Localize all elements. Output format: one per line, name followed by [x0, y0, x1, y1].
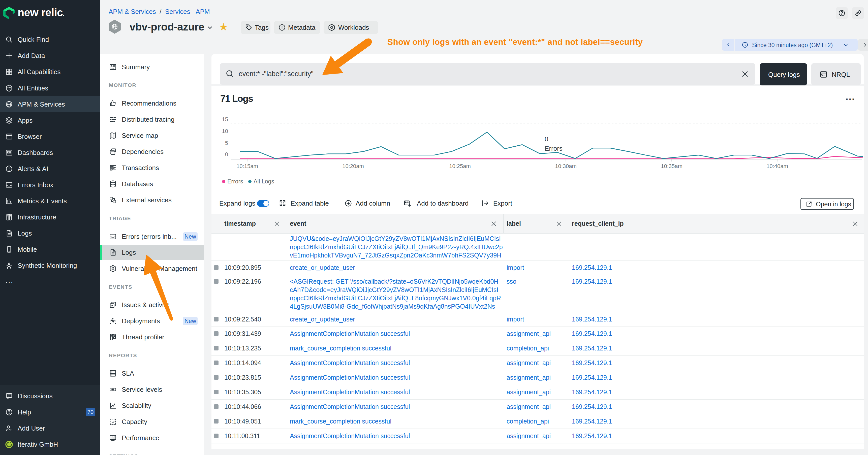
svg-text:10:35am: 10:35am — [661, 163, 682, 169]
svg-text:0: 0 — [545, 135, 548, 143]
svg-text:10: 10 — [222, 128, 228, 134]
svg-text:Errors: Errors — [545, 144, 562, 152]
svg-text:5: 5 — [225, 140, 228, 146]
svg-text:10:40am: 10:40am — [767, 163, 788, 169]
svg-text:10:30am: 10:30am — [555, 163, 577, 169]
svg-text:15: 15 — [222, 116, 228, 123]
svg-text:10:20am: 10:20am — [342, 163, 364, 169]
svg-text:10:25am: 10:25am — [449, 163, 471, 169]
svg-text:0: 0 — [225, 151, 228, 158]
svg-text:10:15am: 10:15am — [237, 163, 258, 169]
